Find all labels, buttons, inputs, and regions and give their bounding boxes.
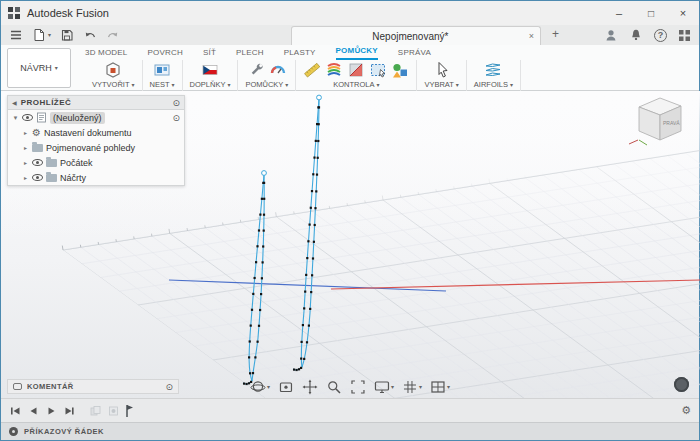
browser-item-origin[interactable]: ▸ Počátek [8, 155, 184, 170]
browser-item-root[interactable]: ▼ (Neuložený) ⊙ [8, 110, 184, 125]
fit-view-icon[interactable] [350, 379, 366, 395]
browser-item-named-views[interactable]: ▸ Pojmenované pohledy [8, 140, 184, 155]
tab-utilities[interactable]: POMŮCKY [336, 44, 378, 60]
notifications-bell-icon[interactable] [629, 28, 643, 42]
close-button[interactable]: × [667, 1, 699, 25]
viewport[interactable]: PRAVÁ ◀ PROHLÍŽEČ ⊙ ▼ (Neuložený) [1, 91, 699, 398]
tree-collapsed-icon[interactable]: ▸ [22, 129, 29, 136]
group-inspect-label[interactable]: KONTROLA ▾ [333, 80, 379, 89]
browser-item-document-settings[interactable]: ▸ ⚙ Nastavení dokumentu [8, 125, 184, 140]
group-create-label[interactable]: VYTVOŘIT ▾ [92, 80, 135, 89]
gear-icon: ⚙ [32, 128, 41, 138]
hamburger-menu-icon[interactable] [9, 28, 23, 42]
group-addins-label[interactable]: DOPLŇKY ▾ [190, 80, 231, 89]
timeline-go-to-start-button[interactable] [9, 405, 22, 417]
airfoils-icon[interactable] [484, 61, 502, 79]
timeline-group-icon[interactable] [89, 405, 102, 417]
comment-panel[interactable]: KOMENTÁŘ ⊙ [7, 379, 179, 394]
timeline-go-to-end-button[interactable] [63, 405, 76, 417]
window-selection-icon[interactable] [369, 61, 387, 79]
document-tab[interactable]: Nepojmenovaný* × [291, 26, 541, 45]
tree-expand-icon[interactable]: ▼ [12, 115, 19, 121]
app-toolbar: ▾ Nepojmenovaný* × + ? [1, 25, 699, 45]
new-tab-button[interactable]: + [548, 27, 563, 42]
window-title: Autodesk Fusion [27, 7, 109, 19]
wrench-icon[interactable] [247, 61, 265, 79]
document-icon [36, 112, 47, 123]
maximize-button[interactable]: □ [635, 1, 667, 25]
display-settings-icon[interactable]: ▾ [374, 379, 394, 395]
tab-surface[interactable]: POVRCH [148, 46, 183, 60]
timeline-marker[interactable] [125, 403, 135, 419]
component-colors-icon[interactable] [391, 61, 409, 79]
tab-plastics[interactable]: PLASTY [284, 46, 316, 60]
minimize-button[interactable]: – [603, 1, 635, 25]
sketch-endpoint[interactable] [262, 171, 267, 176]
make-icon[interactable] [104, 61, 122, 79]
timeline-step-back-button[interactable] [27, 405, 40, 417]
tab-manage[interactable]: SPRÁVA [398, 46, 431, 60]
browser-item-label: Nastavení dokumentu [44, 128, 132, 138]
tab-mesh[interactable]: SÍŤ [203, 46, 216, 60]
gauge-icon[interactable] [269, 61, 287, 79]
timeline-capture-icon[interactable] [107, 405, 120, 417]
look-at-icon[interactable] [278, 379, 294, 395]
visibility-eye-icon[interactable] [32, 174, 43, 181]
file-menu-button[interactable]: ▾ [32, 28, 51, 42]
browser-title: PROHLÍŽEČ [21, 98, 169, 107]
redo-button[interactable] [106, 28, 120, 42]
ribbon-toolbar: VYTVOŘIT ▾ NEST ▾ [85, 60, 699, 91]
select-cursor-icon[interactable] [433, 61, 451, 79]
job-status-grid-icon[interactable] [678, 29, 691, 42]
section-analysis-icon[interactable] [347, 61, 365, 79]
collapse-panel-icon[interactable]: ◀ [12, 99, 17, 106]
orbit-icon[interactable]: ▾ [250, 379, 270, 395]
tree-collapsed-icon[interactable]: ▸ [22, 174, 29, 181]
tab-close-icon[interactable]: × [529, 31, 534, 41]
panel-anchor-icon[interactable]: ⊙ [172, 98, 180, 108]
sketch-endpoint[interactable] [317, 95, 322, 100]
caret-down-icon: ▾ [285, 82, 288, 88]
status-bar: PŘÍKAZOVÝ ŘÁDEK [1, 422, 699, 440]
z-axis-line[interactable] [169, 280, 446, 291]
group-nest-label[interactable]: NEST ▾ [150, 80, 175, 89]
browser-header[interactable]: ◀ PROHLÍŽEČ ⊙ [8, 96, 184, 110]
folder-icon [32, 144, 43, 152]
panel-anchor-icon[interactable]: ⊙ [165, 382, 173, 392]
curvature-comb-icon[interactable] [325, 61, 343, 79]
pan-icon[interactable] [302, 379, 318, 395]
group-label-text: AIRFOILS [474, 80, 508, 89]
timeline-settings-gear-icon[interactable]: ⚙ [681, 405, 691, 416]
group-label-text: NEST [150, 80, 170, 89]
activate-target-icon[interactable]: ⊙ [172, 113, 180, 123]
help-icon[interactable]: ? [654, 29, 667, 42]
grid-snaps-icon[interactable]: ▾ [402, 379, 422, 395]
measure-ruler-icon[interactable] [303, 61, 321, 79]
tree-collapsed-icon[interactable]: ▸ [22, 144, 29, 151]
nest-icon[interactable] [153, 61, 171, 79]
ribbon-tabs: 3D MODEL POVRCH SÍŤ PLECH PLASTY POMŮCKY… [85, 45, 699, 60]
timeline-play-button[interactable] [45, 405, 58, 417]
viewcube-face-label: PRAVÁ [663, 120, 680, 126]
browser-item-sketches[interactable]: ▸ Náčrty [8, 170, 184, 185]
caret-down-icon: ▾ [55, 65, 58, 71]
undo-button[interactable] [83, 28, 97, 42]
comment-bubble-icon [13, 383, 22, 390]
group-utilities-label[interactable]: POMŮCKY ▾ [245, 80, 288, 89]
visibility-eye-icon[interactable] [32, 159, 43, 166]
group-select-label[interactable]: VYBRAT ▾ [424, 80, 458, 89]
tree-collapsed-icon[interactable]: ▸ [22, 159, 29, 166]
tab-sheet-metal[interactable]: PLECH [236, 46, 264, 60]
save-button[interactable] [60, 28, 74, 42]
tab-3d-model[interactable]: 3D MODEL [85, 46, 128, 60]
browser-panel: ◀ PROHLÍŽEČ ⊙ ▼ (Neuložený) ⊙ ▸ ⚙ Nas [7, 95, 185, 186]
visibility-eye-icon[interactable] [22, 114, 33, 121]
zoom-icon[interactable] [326, 379, 342, 395]
czech-flag-addin-icon[interactable] [201, 61, 219, 79]
design-menu-button[interactable]: NÁVRH ▾ [7, 48, 71, 88]
viewports-icon[interactable]: ▾ [430, 379, 450, 395]
account-area: ? [604, 25, 691, 45]
group-airfoils-label[interactable]: AIRFOILS ▾ [474, 80, 513, 89]
user-avatar[interactable] [604, 28, 618, 42]
help-bubble-button[interactable] [674, 377, 689, 392]
